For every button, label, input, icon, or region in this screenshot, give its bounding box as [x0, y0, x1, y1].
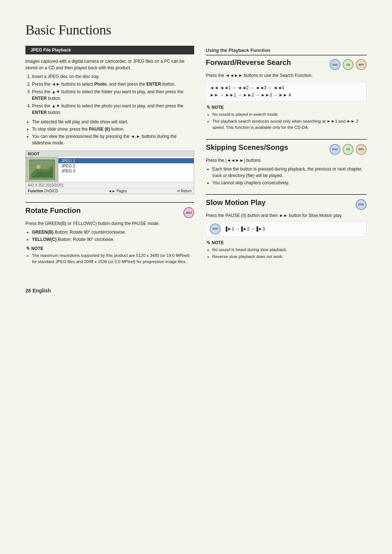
slow-note-title: ✎ NOTE — [206, 240, 367, 246]
page-title: Basic Functions — [25, 22, 367, 38]
note-icon: ✎ — [25, 246, 30, 251]
forward-note-2: The playback search produces sound only … — [212, 118, 367, 131]
rotate-divider — [25, 202, 194, 203]
note-icon-3: ✎ — [206, 240, 210, 246]
rotate-note-list: The maximum resolutions supported by thi… — [25, 253, 194, 265]
search-steps: ◄◄ ◄◄1 → ◄◄2 → ◄◄3 → ◄◄4 ►► → ►►1 → ►►2 … — [206, 82, 367, 102]
step-4: Press the ▲▼ buttons to select the photo… — [32, 103, 194, 116]
disc-icon-mp3-1: MP3 — [356, 59, 367, 70]
jpeg-intro: Images captured with a digital camera or… — [25, 58, 194, 71]
jpeg-section: JPEG File Playback Images captured with … — [25, 46, 194, 194]
disc-icon-jpeg: JPEG — [183, 207, 194, 218]
rotate-bullet-2: YELLOW(C) Button: Rotate 90° clockwise. — [32, 236, 194, 243]
fb-item-3[interactable]: JPEG 3 — [58, 168, 194, 173]
slow-steps-text: ▐►1 →▐►2 →▐►3 — [224, 226, 265, 231]
file-browser: ROOT JPEG 1 — [25, 151, 194, 194]
slow-motion-intro: Press the PAUSE (II) button and then ►► … — [206, 212, 367, 219]
svg-point-1 — [36, 165, 41, 169]
fb-footer-pages: ◄► Pages — [108, 189, 127, 193]
step-2: Press the ◄► buttons to select Photo, an… — [32, 81, 194, 87]
slow-divider — [206, 194, 367, 195]
fb-list: JPEG 1 JPEG 2 JPEG 3 — [58, 157, 194, 182]
left-column: JPEG File Playback Images captured with … — [25, 46, 194, 273]
disc-icon-mp3-2: MP3 — [356, 144, 367, 155]
disc-icon-cd-1: CD — [343, 59, 354, 70]
step-1: Insert a JPEG disc on the disc tray. — [32, 73, 194, 80]
forward-reverse-intro: Press the ◄◄►► buttons to use the Search… — [206, 72, 367, 79]
forward-note: ✎ NOTE No sound is played in search mode… — [206, 104, 367, 131]
rotate-intro: Press the GREEN(B) or YELLOW(C) button d… — [25, 220, 194, 227]
note-icon-2: ✎ — [206, 104, 210, 110]
slow-dvd-icon: DVD — [210, 223, 221, 234]
skipping-divider — [206, 139, 367, 140]
slow-note-2: Reverse slow playback does not work. — [212, 254, 367, 260]
bullet-2: To stop slide show, press the PAUSE (II)… — [32, 126, 194, 132]
forward-reverse-section: Forward/Reverse Search DVD CD MP3 Press … — [206, 58, 367, 131]
search-step-1: ◄◄ ◄◄1 → ◄◄2 → ◄◄3 → ◄◄4 — [210, 84, 363, 91]
search-step-2: ►► → ►►1 → ►►2 → ►►3 → ►► 4 — [210, 91, 363, 99]
rotate-title: Rotate Function — [25, 206, 81, 215]
skipping-bullet-1: Each time the button is pressed during p… — [212, 166, 367, 179]
jpeg-bullets: The selected file will play and slide sh… — [25, 119, 194, 146]
rotate-bullet-1: GREEN(B) Button: Rotate 90° counterclock… — [32, 229, 194, 235]
skipping-bullets: Each time the button is pressed during p… — [206, 166, 367, 186]
step-3: Press the ▲▼ buttons to select the folde… — [32, 89, 194, 102]
slow-note-list: No sound is heard during slow playback. … — [206, 247, 367, 260]
fb-item-1[interactable]: JPEG 1 — [58, 158, 194, 163]
slow-disc-icons: DVD — [356, 199, 367, 210]
fb-info: 642 X 352 2010/01/01 — [26, 182, 194, 188]
disc-icon-dvd-2: DVD — [330, 144, 340, 155]
fb-item-2[interactable]: JPEG 2 — [58, 163, 194, 168]
slow-motion-title: Slow Motion Play — [206, 198, 265, 207]
fb-footer-return: ↺ Return — [177, 189, 192, 193]
bullet-3: You can view the previous/next file by p… — [32, 133, 194, 146]
rotate-bullets: GREEN(B) Button: Rotate 90° counterclock… — [25, 229, 194, 243]
forward-reverse-title: Forward/Reverse Search — [206, 58, 291, 67]
skipping-title: Skipping Scenes/Songs — [206, 143, 288, 152]
fb-thumbnail — [26, 157, 58, 182]
right-column: Using the Playback Function Forward/Reve… — [206, 46, 367, 273]
slow-note: ✎ NOTE No sound is heard during slow pla… — [206, 240, 367, 260]
disc-icon-dvd-1: DVD — [330, 59, 340, 70]
forward-note-list: No sound is played in search mode. The p… — [206, 111, 367, 131]
fb-footer: Function DVD/CD ◄► Pages ↺ Return — [26, 188, 194, 194]
rotate-section: Rotate Function JPEG Press the GREEN(B) … — [25, 202, 194, 265]
jpeg-header: JPEG File Playback — [25, 46, 194, 54]
rotate-note-title: ✎ NOTE — [25, 246, 194, 251]
slow-motion-section: Slow Motion Play DVD Press the PAUSE (II… — [206, 194, 367, 260]
fb-footer-func: Function DVD/CD — [28, 189, 58, 193]
jpeg-steps: Insert a JPEG disc on the disc tray. Pre… — [25, 73, 194, 116]
forward-note-1: No sound is played in search mode. — [212, 111, 367, 118]
skipping-intro: Press the |◄◄►►| buttons. — [206, 157, 367, 164]
rotate-note-item-1: The maximum resolutions supported by thi… — [32, 253, 194, 265]
skipping-section: Skipping Scenes/Songs DVD CD MP3 Press t… — [206, 139, 367, 186]
disc-icon-dvd-3: DVD — [356, 199, 367, 210]
fb-root-label: ROOT — [26, 151, 194, 157]
rotate-disc-icons: JPEG — [183, 207, 194, 218]
rotate-note: ✎ NOTE The maximum resolutions supported… — [25, 246, 194, 265]
slow-note-1: No sound is heard during slow playback. — [212, 247, 367, 253]
skipping-bullet-2: You cannot skip chapters consecutively. — [212, 180, 367, 186]
forward-note-title: ✎ NOTE — [206, 104, 367, 110]
fb-thumb-image — [29, 160, 55, 180]
fb-content: JPEG 1 JPEG 2 JPEG 3 — [26, 157, 194, 182]
playback-header: Using the Playback Function — [206, 46, 367, 56]
slow-motion-steps: DVD ▐►1 →▐►2 →▐►3 — [206, 221, 367, 237]
forward-disc-icons: DVD CD MP3 — [330, 59, 367, 70]
disc-icon-cd-2: CD — [343, 144, 354, 155]
page-footer: 26 English — [25, 288, 367, 294]
skipping-disc-icons: DVD CD MP3 — [330, 144, 367, 155]
bullet-1: The selected file will play and slide sh… — [32, 119, 194, 125]
